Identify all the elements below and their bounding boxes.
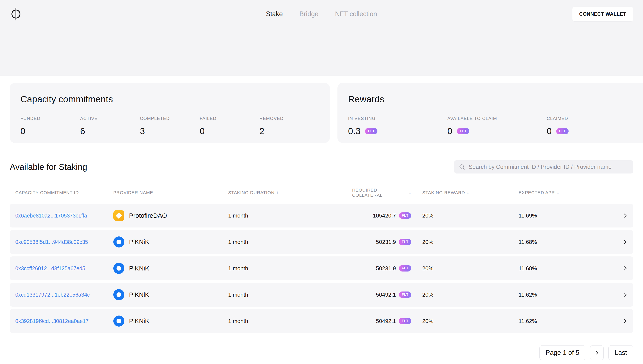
piknik-logo-icon <box>113 263 124 274</box>
stat-available-to-claim: AVAILABLE TO CLAIM 0 FLT <box>448 116 547 136</box>
sort-desc-icon[interactable]: ↓ <box>557 190 559 196</box>
search-box[interactable] <box>454 160 633 174</box>
provider-cell: PiKNiK <box>113 316 228 326</box>
rewards-card-title: Rewards <box>348 94 643 104</box>
col-staking-duration[interactable]: STAKING DURATION↓ <box>228 190 352 196</box>
col-expected-apr[interactable]: EXPECTED APR↓ <box>518 190 618 196</box>
required-collateral-cell: 105420.7 FLT <box>352 212 411 219</box>
col-required-collateral[interactable]: REQUIRED COLLATERAL↓ <box>352 188 411 198</box>
staking-duration-value: 1 month <box>228 318 352 324</box>
flt-token-badge: FLT <box>399 239 411 245</box>
connect-wallet-button[interactable]: CONNECT WALLET <box>572 6 633 22</box>
commitment-id-link[interactable]: 0x3ccff26012...d3f125a67ed5 <box>15 265 113 272</box>
main-nav: Stake Bridge NFT collection <box>266 10 377 18</box>
piknik-logo-icon <box>113 316 124 326</box>
flt-token-badge: FLT <box>399 265 411 272</box>
required-collateral-cell: 50231.9 FLT <box>352 239 411 245</box>
stat-label: IN VESTING <box>348 116 448 121</box>
page-header: Stake Bridge NFT collection CONNECT WALL… <box>0 0 643 76</box>
expected-apr-value: 11.69% <box>518 212 618 219</box>
collateral-value: 50492.1 <box>376 318 396 324</box>
stat-claimed: CLAIMED 0 FLT <box>547 116 643 136</box>
collateral-value: 105420.7 <box>373 212 396 219</box>
summary-cards: Capacity commitments FUNDED 0 ACTIVE 6 C… <box>0 83 643 143</box>
row-chevron-icon[interactable] <box>618 266 628 271</box>
stat-failed: FAILED 0 <box>200 116 260 136</box>
stat-completed: COMPLETED 3 <box>140 116 200 136</box>
staking-reward-value: 20% <box>411 292 518 298</box>
flt-token-badge: FLT <box>399 318 411 324</box>
col-staking-reward[interactable]: STAKING REWARD↓ <box>411 190 518 196</box>
table-row[interactable]: 0x3ccff26012...d3f125a67ed5 PiKNiK 1 mon… <box>10 256 633 280</box>
row-chevron-icon[interactable] <box>618 213 628 218</box>
protofire-logo-icon <box>113 210 124 221</box>
table-row[interactable]: 0xc90538f5d1...944d38c09c35 PiKNiK 1 mon… <box>10 230 633 254</box>
table-header-row: CAPACITY COMMITMENT ID PROVIDER NAME STA… <box>10 188 633 198</box>
last-page-button[interactable]: Last <box>608 345 633 360</box>
expected-apr-value: 11.62% <box>518 318 618 324</box>
flt-token-badge: FLT <box>399 292 411 298</box>
table-row[interactable]: 0xcd13317972...1eb22e56a34c PiKNiK 1 mon… <box>10 283 633 306</box>
stat-label: CLAIMED <box>547 116 643 121</box>
next-page-button[interactable] <box>590 345 604 360</box>
collateral-value: 50231.9 <box>376 265 396 272</box>
stat-label: FAILED <box>200 116 260 121</box>
tab-nft-collection[interactable]: NFT collection <box>335 10 377 18</box>
collateral-value: 50492.1 <box>376 292 396 298</box>
row-chevron-icon[interactable] <box>618 239 628 245</box>
rewards-stats: IN VESTING 0.3 FLT AVAILABLE TO CLAIM 0 … <box>348 116 643 136</box>
flt-token-badge: FLT <box>556 128 568 134</box>
staking-section-header: Available for Staking <box>0 160 643 174</box>
commitment-id-link[interactable]: 0x392819f9cd...30812ea0ae17 <box>15 318 113 324</box>
table-row[interactable]: 0x6aebe810a2...1705373c1ffa ProtofireDAO… <box>10 204 633 228</box>
capacity-card-title: Capacity commitments <box>20 94 319 104</box>
stat-active: ACTIVE 6 <box>80 116 140 136</box>
row-chevron-icon[interactable] <box>618 318 628 324</box>
col-provider-name: PROVIDER NAME <box>113 190 228 195</box>
staking-duration-value: 1 month <box>228 212 352 219</box>
stat-label: REMOVED <box>260 116 319 121</box>
staking-reward-value: 20% <box>411 265 518 272</box>
stat-value: 0 <box>448 126 452 136</box>
capacity-stats: FUNDED 0 ACTIVE 6 COMPLETED 3 FAILED 0 R… <box>20 116 319 136</box>
fluence-logo[interactable] <box>10 7 22 21</box>
table-body: 0x6aebe810a2...1705373c1ffa ProtofireDAO… <box>10 204 633 333</box>
provider-name: PiKNiK <box>129 265 149 272</box>
provider-cell: PiKNiK <box>113 236 228 248</box>
tab-stake[interactable]: Stake <box>266 10 283 18</box>
search-input[interactable] <box>469 164 628 170</box>
stat-value: 0 <box>547 126 552 136</box>
staking-duration-value: 1 month <box>228 292 352 298</box>
page-indicator-button[interactable]: Page 1 of 5 <box>540 345 586 360</box>
stat-removed: REMOVED 2 <box>260 116 319 136</box>
commitment-id-link[interactable]: 0x6aebe810a2...1705373c1ffa <box>15 212 113 219</box>
phi-logo-icon <box>10 7 22 21</box>
staking-reward-value: 20% <box>411 239 518 245</box>
capacity-commitments-card: Capacity commitments FUNDED 0 ACTIVE 6 C… <box>10 83 330 143</box>
commitment-id-link[interactable]: 0xc90538f5d1...944d38c09c35 <box>15 239 113 245</box>
provider-cell: PiKNiK <box>113 263 228 274</box>
pagination: Page 1 of 5 Last <box>0 345 643 360</box>
table-row[interactable]: 0x392819f9cd...30812ea0ae17 PiKNiK 1 mon… <box>10 309 633 333</box>
tab-bridge[interactable]: Bridge <box>300 10 318 18</box>
stat-funded: FUNDED 0 <box>20 116 80 136</box>
expected-apr-value: 11.62% <box>518 292 618 298</box>
sort-desc-icon[interactable]: ↓ <box>467 190 469 196</box>
required-collateral-cell: 50492.1 FLT <box>352 318 411 324</box>
staking-duration-value: 1 month <box>228 265 352 272</box>
provider-cell: PiKNiK <box>113 289 228 300</box>
next-page-icon <box>594 350 599 355</box>
stat-in-vesting: IN VESTING 0.3 FLT <box>348 116 448 136</box>
required-collateral-cell: 50492.1 FLT <box>352 292 411 298</box>
commitment-id-link[interactable]: 0xcd13317972...1eb22e56a34c <box>15 292 113 298</box>
flt-token-badge: FLT <box>457 128 469 134</box>
sort-desc-icon[interactable]: ↓ <box>276 190 279 196</box>
row-chevron-icon[interactable] <box>618 292 628 298</box>
stat-value: 0 <box>200 126 204 136</box>
required-collateral-cell: 50231.9 FLT <box>352 265 411 272</box>
provider-name: PiKNiK <box>129 238 149 246</box>
piknik-logo-icon <box>113 236 124 248</box>
expected-apr-value: 11.68% <box>518 265 618 272</box>
flt-token-badge: FLT <box>365 128 378 134</box>
sort-desc-icon[interactable]: ↓ <box>409 190 411 196</box>
